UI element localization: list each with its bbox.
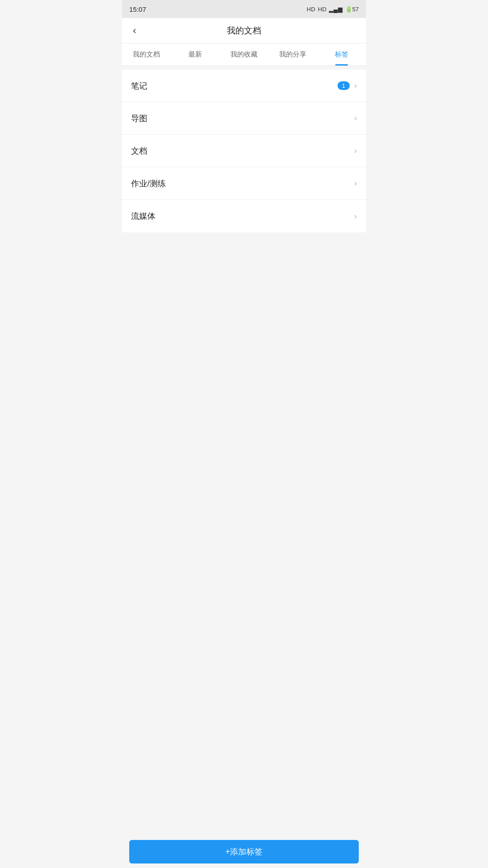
tab-my-docs[interactable]: 我的文档 <box>122 43 171 66</box>
list-item-streaming-label: 流媒体 <box>131 211 155 222</box>
chevron-right-icon: › <box>354 212 357 221</box>
list-item-document[interactable]: 文档 › <box>122 135 366 167</box>
back-button[interactable]: ‹ <box>129 22 140 39</box>
chevron-right-icon: › <box>354 179 357 188</box>
page-title: 我的文档 <box>227 25 261 37</box>
tag-list: 笔记 1 › 导图 › 文档 › <box>122 70 366 232</box>
signal-hd1-icon: HD <box>307 6 315 13</box>
list-item-notes-label: 笔记 <box>131 80 147 91</box>
status-icons: HD HD ▂▄▆ 🔋57 <box>307 6 359 13</box>
chevron-right-icon: › <box>354 113 357 123</box>
list-item-homework[interactable]: 作业/测练 › <box>122 167 366 200</box>
status-bar: 15:07 HD HD ▂▄▆ 🔋57 <box>122 0 366 18</box>
notes-badge: 1 <box>338 81 350 90</box>
chevron-right-icon: › <box>354 81 357 90</box>
tab-share[interactable]: 我的分享 <box>268 43 317 66</box>
list-item-streaming[interactable]: 流媒体 › <box>122 200 366 232</box>
list-item-mindmap-label: 导图 <box>131 113 147 124</box>
tab-tags[interactable]: 标签 <box>317 43 366 66</box>
battery-icon: 🔋57 <box>345 6 359 13</box>
list-item-mindmap[interactable]: 导图 › <box>122 102 366 135</box>
list-item-document-label: 文档 <box>131 146 147 156</box>
list-item-notes[interactable]: 笔记 1 › <box>122 70 366 102</box>
wifi-icon: ▂▄▆ <box>329 6 342 13</box>
tab-favorites[interactable]: 我的收藏 <box>220 43 268 66</box>
status-time: 15:07 <box>129 5 146 13</box>
header: ‹ 我的文档 <box>122 18 366 43</box>
signal-hd2-icon: HD <box>318 6 327 13</box>
tab-bar: 我的文档 最新 我的收藏 我的分享 标签 <box>122 43 366 66</box>
list-item-homework-label: 作业/测练 <box>131 178 166 189</box>
chevron-right-icon: › <box>354 146 357 156</box>
content-area: 笔记 1 › 导图 › 文档 › <box>122 70 366 232</box>
tab-recent[interactable]: 最新 <box>171 43 220 66</box>
